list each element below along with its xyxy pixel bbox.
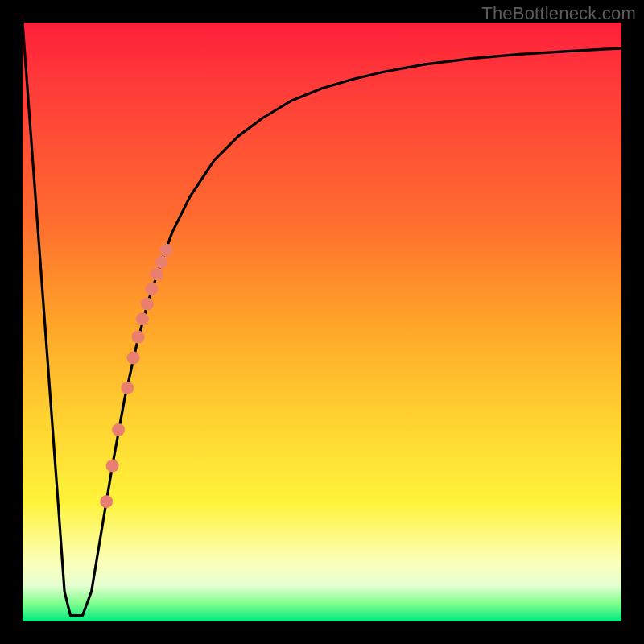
- highlighted-markers: [100, 244, 172, 509]
- marker-point: [132, 331, 145, 344]
- marker-point: [100, 495, 113, 508]
- watermark-text: TheBottleneck.com: [481, 3, 636, 24]
- chart-svg: [23, 23, 621, 621]
- marker-point: [106, 460, 119, 473]
- marker-point: [136, 312, 149, 325]
- marker-point: [160, 244, 173, 257]
- marker-point: [151, 268, 163, 281]
- marker-point: [127, 352, 140, 365]
- marker-point: [112, 423, 125, 436]
- marker-point: [141, 298, 154, 311]
- chart-frame: TheBottleneck.com: [0, 0, 644, 644]
- marker-point: [146, 283, 159, 295]
- marker-point: [155, 256, 168, 269]
- curve-path: [23, 23, 621, 616]
- marker-point: [121, 382, 134, 394]
- plot-area: [23, 23, 621, 621]
